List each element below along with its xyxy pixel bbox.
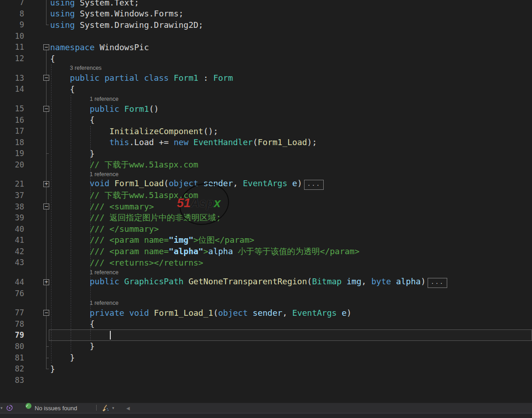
code-line-77[interactable]: 77− private void Form1_Load_1(object sen… [0,307,532,319]
code-line-14[interactable]: 14 { [0,84,532,95]
code-text: this.Load += new EventHandler(Form1_Load… [50,137,317,147]
scroll-left-arrow[interactable]: ◀ [126,403,130,413]
code-line-40[interactable]: 40 /// </summary> [0,223,532,235]
line-number[interactable]: 14 [0,84,24,94]
codelens-text[interactable]: 1 reference [50,171,119,178]
fold-collapse-icon[interactable]: − [43,204,49,209]
fold-collapse-icon[interactable]: − [43,75,49,81]
code-cleanup-broom-icon[interactable] [101,403,109,413]
code-line-16[interactable]: 16 { [0,114,532,125]
code-text: } [50,149,95,158]
glyph-margin[interactable]: − [24,75,50,81]
codelens-text[interactable]: 1 reference [50,300,119,306]
line-number[interactable]: 77 [0,308,24,317]
glyph-margin[interactable]: + [24,181,50,187]
code-line-37[interactable]: 37 // 下载于www.51aspx.com [0,190,532,201]
code-line-78[interactable]: 78 { [0,319,532,330]
codelens-references[interactable]: 3 references [0,64,532,72]
line-number[interactable]: 42 [0,247,24,256]
fold-collapse-icon[interactable]: − [43,310,49,316]
line-number[interactable]: 38 [0,202,24,211]
code-line-19[interactable]: 19 } [0,148,532,159]
collapsed-region-box[interactable]: ... [428,278,447,288]
line-number[interactable]: 82 [0,364,24,373]
code-line-80[interactable]: 80 } [0,341,532,352]
line-number[interactable]: 37 [0,191,24,200]
code-line-10[interactable]: 10 [0,31,532,42]
line-number[interactable]: 76 [0,289,24,298]
line-number[interactable]: 9 [0,20,24,29]
code-line-7[interactable]: 7using System.Text; [0,0,532,8]
line-number[interactable]: 39 [0,213,24,222]
line-number[interactable]: 44 [0,277,24,287]
code-line-11[interactable]: 11−namespace WindowsPic [0,42,532,53]
codelens-text[interactable]: 1 reference [50,269,119,276]
codelens-text[interactable]: 1 reference [50,96,119,102]
line-number[interactable]: 19 [0,149,24,158]
code-text: namespace WindowsPic [50,42,149,52]
glyph-margin[interactable]: − [24,310,50,316]
codelens-references[interactable]: 1 reference [0,299,532,307]
line-number[interactable]: 79 [0,330,24,340]
code-line-82[interactable]: 82} [0,363,532,375]
code-line-20[interactable]: 20 // 下载于www.51aspx.com [0,159,532,170]
glyph-margin[interactable]: − [24,44,50,50]
glyph-margin[interactable]: + [24,279,50,285]
code-line-15[interactable]: 15− public Form1() [0,103,532,115]
code-line-76[interactable]: 76 [0,287,532,299]
line-number[interactable]: 40 [0,225,24,234]
line-number[interactable]: 15 [0,104,24,113]
code-line-43[interactable]: 43 /// <returns></returns> [0,257,532,268]
codelens-references[interactable]: 1 reference [0,268,532,277]
line-number[interactable]: 13 [0,73,24,83]
code-line-12[interactable]: 12{ [0,53,532,64]
code-line-38[interactable]: 38− /// <summary> [0,201,532,212]
code-line-42[interactable]: 42 /// <param name="alpha">alpha 小于等于该值的… [0,246,532,257]
code-text: } [50,341,95,351]
collapsed-region-box[interactable]: ... [304,180,324,190]
line-number[interactable]: 80 [0,342,24,351]
line-number[interactable]: 43 [0,258,24,267]
line-number[interactable]: 81 [0,353,24,362]
code-line-17[interactable]: 17 InitializeComponent(); [0,125,532,137]
line-number[interactable]: 12 [0,54,24,63]
line-number[interactable]: 7 [0,0,24,7]
code-line-18[interactable]: 18 this.Load += new EventHandler(Form1_L… [0,136,532,148]
line-number[interactable]: 83 [0,376,24,385]
code-line-41[interactable]: 41 /// <param name="img">位图</param> [0,235,532,246]
glyph-margin[interactable]: − [24,204,50,209]
code-line-8[interactable]: 8using System.Windows.Forms; [0,8,532,20]
fold-collapse-icon[interactable]: − [43,44,49,50]
line-number[interactable]: 10 [0,31,24,41]
code-editor-pane[interactable]: 7using System.Text;8using System.Windows… [0,0,532,403]
line-number[interactable]: 78 [0,319,24,329]
line-number[interactable]: 41 [0,235,24,245]
chevron-down-icon[interactable]: ▾ [112,403,114,413]
fold-collapse-icon[interactable]: − [43,106,49,112]
line-number[interactable]: 21 [0,179,24,188]
code-line-21[interactable]: 21+ void Form1_Load(object sender, Event… [0,178,532,190]
line-number[interactable]: 17 [0,126,24,136]
no-issues-check-icon: ✓ [26,403,31,409]
line-number[interactable]: 11 [0,42,24,52]
line-number[interactable]: 16 [0,115,24,125]
code-line-9[interactable]: 9using System.Drawing.Drawing2D; [0,19,532,31]
fold-expand-icon[interactable]: + [43,279,49,285]
code-line-44[interactable]: 44+ public GraphicsPath GetNoneTranspare… [0,277,532,288]
line-number[interactable]: 18 [0,138,24,147]
code-line-79[interactable]: 79 [0,329,532,341]
glyph-margin[interactable]: − [24,106,50,112]
line-number[interactable]: 20 [0,160,24,169]
intellicode-icon-svg [6,404,13,412]
line-number[interactable]: 8 [0,9,24,18]
codelens-text[interactable]: 3 references [50,65,102,71]
codelens-references[interactable]: 1 reference [0,170,532,178]
chevron-down-icon[interactable]: ▾ [0,403,3,413]
intellicode-icon[interactable] [6,403,13,413]
code-line-39[interactable]: 39 /// 返回指定图片中的非透明区域; [0,212,532,224]
code-line-83[interactable]: 83 [0,374,532,386]
code-line-81[interactable]: 81 } [0,352,532,363]
codelens-references[interactable]: 1 reference [0,95,532,103]
fold-expand-icon[interactable]: + [43,181,49,187]
code-line-13[interactable]: 13− public partial class Form1 : Form [0,72,532,84]
